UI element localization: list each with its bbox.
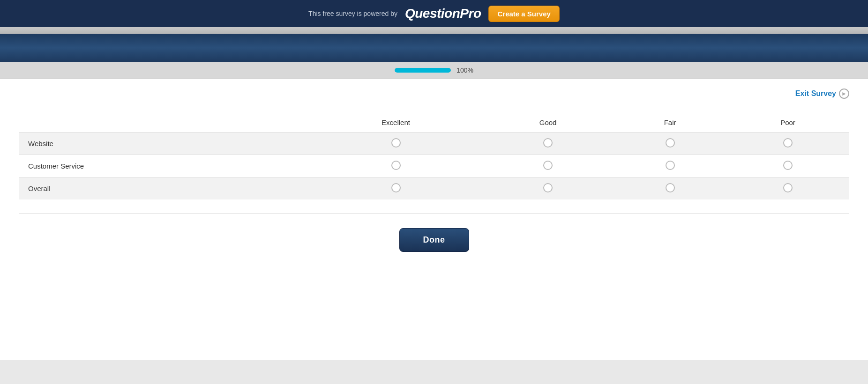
radio-cell-poor (726, 155, 849, 177)
radio-cell-fair (614, 133, 726, 155)
table-row: Website (19, 133, 849, 155)
row-label: Overall (19, 177, 309, 200)
col-header-good: Good (482, 113, 614, 133)
radio-good-row0[interactable] (543, 138, 553, 148)
radio-poor-row1[interactable] (783, 161, 793, 170)
radio-cell-excellent (309, 155, 482, 177)
radio-cell-good (482, 133, 614, 155)
main-content: Exit Survey ► Excellent Good Fair Poor W… (0, 79, 868, 360)
radio-cell-poor (726, 177, 849, 200)
top-banner: This free survey is powered by QuestionP… (0, 0, 868, 27)
table-header-row: Excellent Good Fair Poor (19, 113, 849, 133)
progress-bar-fill (395, 68, 451, 73)
progress-label: 100% (456, 66, 473, 74)
radio-fair-row1[interactable] (666, 161, 675, 170)
col-header-poor: Poor (726, 113, 849, 133)
radio-cell-fair (614, 155, 726, 177)
table-row: Overall (19, 177, 849, 200)
sub-banner-decoration (0, 27, 868, 34)
radio-fair-row0[interactable] (666, 138, 675, 148)
progress-area: 100% (0, 62, 868, 79)
radio-cell-good (482, 177, 614, 200)
radio-fair-row2[interactable] (666, 183, 675, 192)
row-label: Customer Service (19, 155, 309, 177)
row-label: Website (19, 133, 309, 155)
radio-excellent-row0[interactable] (391, 138, 401, 148)
col-header-fair: Fair (614, 113, 726, 133)
exit-survey-arrow-icon: ► (839, 89, 849, 99)
radio-cell-good (482, 155, 614, 177)
col-header-excellent: Excellent (309, 113, 482, 133)
radio-cell-excellent (309, 177, 482, 200)
blue-band-decoration (0, 34, 868, 62)
radio-cell-fair (614, 177, 726, 200)
done-row: Done (19, 228, 849, 252)
progress-bar-track (395, 68, 451, 73)
col-header-label (19, 113, 309, 133)
done-button[interactable]: Done (399, 228, 469, 252)
exit-survey-link[interactable]: Exit Survey ► (795, 89, 849, 99)
exit-survey-label: Exit Survey (795, 89, 836, 98)
create-survey-button[interactable]: Create a Survey (488, 6, 559, 22)
radio-poor-row2[interactable] (783, 183, 793, 192)
radio-good-row2[interactable] (543, 183, 553, 192)
radio-cell-poor (726, 133, 849, 155)
radio-poor-row0[interactable] (783, 138, 793, 148)
radio-good-row1[interactable] (543, 161, 553, 170)
exit-survey-row: Exit Survey ► (19, 89, 849, 99)
radio-excellent-row1[interactable] (391, 161, 401, 170)
radio-cell-excellent (309, 133, 482, 155)
table-row: Customer Service (19, 155, 849, 177)
powered-by-text: This free survey is powered by (308, 10, 397, 17)
divider (19, 214, 849, 214)
questionpro-logo: QuestionPro (405, 6, 481, 21)
survey-table: Excellent Good Fair Poor WebsiteCustomer… (19, 113, 849, 199)
radio-excellent-row2[interactable] (391, 183, 401, 192)
